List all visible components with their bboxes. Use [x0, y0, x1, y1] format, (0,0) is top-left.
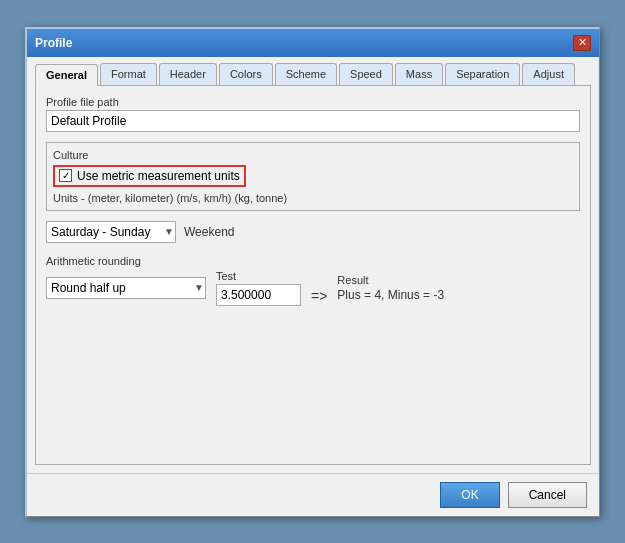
tab-colors[interactable]: Colors — [219, 63, 273, 85]
window-title: Profile — [35, 36, 72, 50]
culture-label: Culture — [53, 149, 573, 161]
footer: OK Cancel — [27, 473, 599, 516]
profile-file-path-input[interactable] — [46, 110, 580, 132]
tab-content-general: Profile file path Culture Use metric mea… — [35, 86, 591, 465]
test-label: Test — [216, 270, 301, 282]
use-metric-checkbox[interactable] — [59, 169, 72, 182]
rounding-section: Arithmetic rounding Round half up Round … — [46, 255, 580, 306]
weekend-dropdown[interactable]: Saturday - Sunday Friday - Saturday Sund… — [46, 221, 176, 243]
weekend-label: Weekend — [184, 225, 234, 239]
tab-mass[interactable]: Mass — [395, 63, 443, 85]
units-text: Units - (meter, kilometer) (m/s, km/h) (… — [53, 192, 573, 204]
result-section: Result Plus = 4, Minus = -3 — [337, 274, 444, 302]
rounding-select-wrapper: Round half up Round half down Round half… — [46, 277, 206, 299]
cancel-button[interactable]: Cancel — [508, 482, 587, 508]
test-input[interactable] — [216, 284, 301, 306]
profile-file-path-group: Profile file path — [46, 96, 580, 132]
use-metric-container: Use metric measurement units — [53, 165, 246, 187]
use-metric-row: Use metric measurement units — [59, 169, 240, 183]
tab-speed[interactable]: Speed — [339, 63, 393, 85]
rounding-label: Arithmetic rounding — [46, 255, 580, 267]
tab-scheme[interactable]: Scheme — [275, 63, 337, 85]
close-button[interactable]: ✕ — [573, 35, 591, 51]
arrow-symbol: => — [311, 288, 327, 304]
result-label: Result — [337, 274, 444, 286]
culture-box: Culture Use metric measurement units Uni… — [46, 142, 580, 211]
rounding-row: Round half up Round half down Round half… — [46, 270, 580, 306]
tab-adjust[interactable]: Adjust — [522, 63, 575, 85]
rounding-dropdown[interactable]: Round half up Round half down Round half… — [46, 277, 206, 299]
use-metric-label: Use metric measurement units — [77, 169, 240, 183]
profile-file-path-label: Profile file path — [46, 96, 580, 108]
tab-separation[interactable]: Separation — [445, 63, 520, 85]
tab-format[interactable]: Format — [100, 63, 157, 85]
test-section: Test — [216, 270, 301, 306]
window-content: General Format Header Colors Scheme Spee… — [27, 57, 599, 473]
tab-header[interactable]: Header — [159, 63, 217, 85]
title-bar: Profile ✕ — [27, 29, 599, 57]
weekend-select-wrapper: Saturday - Sunday Friday - Saturday Sund… — [46, 221, 176, 243]
ok-button[interactable]: OK — [440, 482, 499, 508]
profile-window: Profile ✕ General Format Header Colors S… — [25, 27, 600, 517]
tabs-bar: General Format Header Colors Scheme Spee… — [35, 63, 591, 86]
tab-general[interactable]: General — [35, 64, 98, 86]
weekend-row: Saturday - Sunday Friday - Saturday Sund… — [46, 221, 580, 243]
result-value: Plus = 4, Minus = -3 — [337, 288, 444, 302]
